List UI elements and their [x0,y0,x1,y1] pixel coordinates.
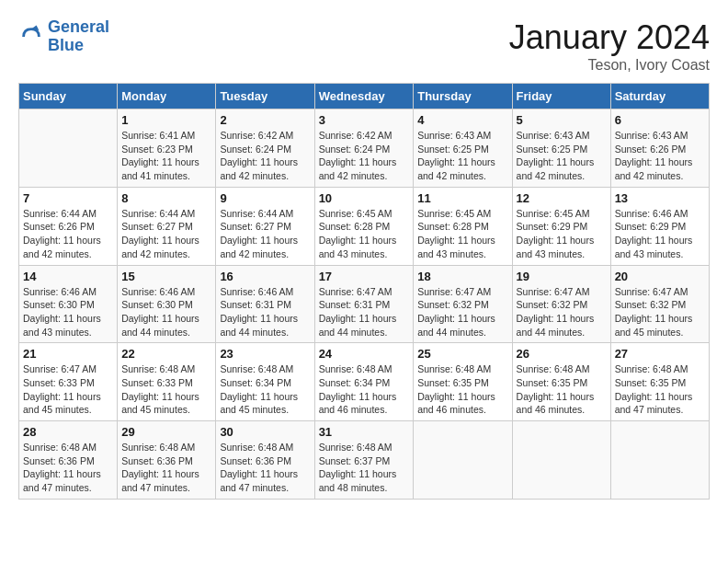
calendar-cell: 11Sunrise: 6:45 AM Sunset: 6:28 PM Dayli… [414,187,512,265]
calendar-cell [19,109,118,188]
calendar-table: SundayMondayTuesdayWednesdayThursdayFrid… [18,83,710,500]
cell-info: Sunrise: 6:45 AM Sunset: 6:28 PM Dayligh… [417,207,507,261]
cell-info: Sunrise: 6:48 AM Sunset: 6:36 PM Dayligh… [121,441,211,495]
calendar-cell: 25Sunrise: 6:48 AM Sunset: 6:35 PM Dayli… [414,343,512,421]
week-row-5: 28Sunrise: 6:48 AM Sunset: 6:36 PM Dayli… [19,421,710,500]
calendar-cell: 7Sunrise: 6:44 AM Sunset: 6:26 PM Daylig… [19,187,118,265]
cell-info: Sunrise: 6:44 AM Sunset: 6:26 PM Dayligh… [23,207,113,261]
calendar-cell: 5Sunrise: 6:43 AM Sunset: 6:25 PM Daylig… [512,109,610,188]
cell-date: 28 [23,425,113,439]
cell-date: 24 [319,347,410,361]
cell-info: Sunrise: 6:46 AM Sunset: 6:30 PM Dayligh… [23,285,113,339]
cell-info: Sunrise: 6:46 AM Sunset: 6:31 PM Dayligh… [220,285,310,339]
title-section: January 2024 Teson, Ivory Coast [509,18,710,74]
cell-date: 1 [121,113,211,127]
cell-date: 2 [220,113,310,127]
calendar-cell: 21Sunrise: 6:47 AM Sunset: 6:33 PM Dayli… [19,343,118,421]
cell-date: 29 [121,425,211,439]
cell-date: 27 [615,347,705,361]
cell-date: 16 [220,270,310,283]
cell-date: 8 [121,191,211,205]
calendar-cell: 2Sunrise: 6:42 AM Sunset: 6:24 PM Daylig… [216,109,314,188]
cell-date: 15 [121,270,211,283]
cell-info: Sunrise: 6:43 AM Sunset: 6:26 PM Dayligh… [615,129,705,183]
calendar-cell: 28Sunrise: 6:48 AM Sunset: 6:36 PM Dayli… [19,421,118,500]
cell-info: Sunrise: 6:48 AM Sunset: 6:37 PM Dayligh… [319,441,410,495]
calendar-cell: 10Sunrise: 6:45 AM Sunset: 6:28 PM Dayli… [314,187,414,265]
cell-info: Sunrise: 6:46 AM Sunset: 6:30 PM Dayligh… [121,285,211,339]
logo: General Blue [18,18,109,55]
calendar-cell: 8Sunrise: 6:44 AM Sunset: 6:27 PM Daylig… [118,187,216,265]
calendar-subtitle: Teson, Ivory Coast [509,57,710,74]
cell-info: Sunrise: 6:43 AM Sunset: 6:25 PM Dayligh… [417,129,507,183]
day-header-thursday: Thursday [414,84,512,109]
day-header-tuesday: Tuesday [216,84,314,109]
cell-date: 3 [319,113,410,127]
cell-info: Sunrise: 6:43 AM Sunset: 6:25 PM Dayligh… [517,129,607,183]
calendar-cell [610,421,709,500]
cell-date: 20 [615,270,705,283]
cell-info: Sunrise: 6:47 AM Sunset: 6:32 PM Dayligh… [517,285,607,339]
calendar-cell: 20Sunrise: 6:47 AM Sunset: 6:32 PM Dayli… [610,265,709,343]
cell-info: Sunrise: 6:45 AM Sunset: 6:29 PM Dayligh… [517,207,607,261]
week-row-3: 14Sunrise: 6:46 AM Sunset: 6:30 PM Dayli… [19,265,710,343]
week-row-4: 21Sunrise: 6:47 AM Sunset: 6:33 PM Dayli… [19,343,710,421]
calendar-cell: 16Sunrise: 6:46 AM Sunset: 6:31 PM Dayli… [216,265,314,343]
calendar-cell: 3Sunrise: 6:42 AM Sunset: 6:24 PM Daylig… [314,109,414,188]
cell-date: 6 [615,113,705,127]
week-row-2: 7Sunrise: 6:44 AM Sunset: 6:26 PM Daylig… [19,187,710,265]
cell-info: Sunrise: 6:47 AM Sunset: 6:31 PM Dayligh… [319,285,410,339]
cell-date: 30 [220,425,310,439]
cell-info: Sunrise: 6:45 AM Sunset: 6:28 PM Dayligh… [319,207,410,261]
cell-date: 25 [417,347,507,361]
cell-info: Sunrise: 6:41 AM Sunset: 6:23 PM Dayligh… [121,129,211,183]
cell-date: 12 [517,191,607,205]
header: General Blue January 2024 Teson, Ivory C… [18,18,710,74]
calendar-cell: 22Sunrise: 6:48 AM Sunset: 6:33 PM Dayli… [118,343,216,421]
calendar-cell: 27Sunrise: 6:48 AM Sunset: 6:35 PM Dayli… [610,343,709,421]
calendar-cell: 1Sunrise: 6:41 AM Sunset: 6:23 PM Daylig… [118,109,216,188]
day-header-wednesday: Wednesday [314,84,414,109]
calendar-cell: 4Sunrise: 6:43 AM Sunset: 6:25 PM Daylig… [414,109,512,188]
calendar-cell: 6Sunrise: 6:43 AM Sunset: 6:26 PM Daylig… [610,109,709,188]
cell-date: 19 [517,270,607,283]
calendar-cell [512,421,610,500]
cell-info: Sunrise: 6:48 AM Sunset: 6:35 PM Dayligh… [517,362,607,417]
calendar-cell: 23Sunrise: 6:48 AM Sunset: 6:34 PM Dayli… [216,343,314,421]
header-row: SundayMondayTuesdayWednesdayThursdayFrid… [19,84,710,109]
cell-info: Sunrise: 6:44 AM Sunset: 6:27 PM Dayligh… [121,207,211,261]
cell-info: Sunrise: 6:48 AM Sunset: 6:33 PM Dayligh… [121,362,211,417]
cell-date: 31 [319,425,410,439]
calendar-cell: 29Sunrise: 6:48 AM Sunset: 6:36 PM Dayli… [118,421,216,500]
cell-info: Sunrise: 6:47 AM Sunset: 6:32 PM Dayligh… [615,285,705,339]
calendar-cell: 12Sunrise: 6:45 AM Sunset: 6:29 PM Dayli… [512,187,610,265]
cell-info: Sunrise: 6:46 AM Sunset: 6:29 PM Dayligh… [615,207,705,261]
cell-date: 7 [23,191,113,205]
cell-info: Sunrise: 6:48 AM Sunset: 6:35 PM Dayligh… [417,362,507,417]
cell-info: Sunrise: 6:47 AM Sunset: 6:33 PM Dayligh… [23,362,113,417]
cell-date: 4 [417,113,507,127]
calendar-cell: 30Sunrise: 6:48 AM Sunset: 6:36 PM Dayli… [216,421,314,500]
cell-info: Sunrise: 6:48 AM Sunset: 6:36 PM Dayligh… [220,441,310,495]
cell-date: 17 [319,270,410,283]
calendar-cell: 14Sunrise: 6:46 AM Sunset: 6:30 PM Dayli… [19,265,118,343]
cell-date: 9 [220,191,310,205]
calendar-title: January 2024 [509,18,710,57]
day-header-saturday: Saturday [610,84,709,109]
cell-date: 13 [615,191,705,205]
calendar-cell: 18Sunrise: 6:47 AM Sunset: 6:32 PM Dayli… [414,265,512,343]
logo-icon [18,24,44,50]
cell-info: Sunrise: 6:48 AM Sunset: 6:36 PM Dayligh… [23,441,113,495]
cell-info: Sunrise: 6:48 AM Sunset: 6:35 PM Dayligh… [615,362,705,417]
cell-date: 23 [220,347,310,361]
cell-info: Sunrise: 6:44 AM Sunset: 6:27 PM Dayligh… [220,207,310,261]
cell-date: 11 [417,191,507,205]
cell-info: Sunrise: 6:48 AM Sunset: 6:34 PM Dayligh… [319,362,410,417]
week-row-1: 1Sunrise: 6:41 AM Sunset: 6:23 PM Daylig… [19,109,710,188]
cell-date: 22 [121,347,211,361]
logo-text: General Blue [48,18,109,55]
cell-date: 26 [517,347,607,361]
cell-date: 14 [23,270,113,283]
cell-info: Sunrise: 6:42 AM Sunset: 6:24 PM Dayligh… [220,129,310,183]
cell-date: 18 [417,270,507,283]
